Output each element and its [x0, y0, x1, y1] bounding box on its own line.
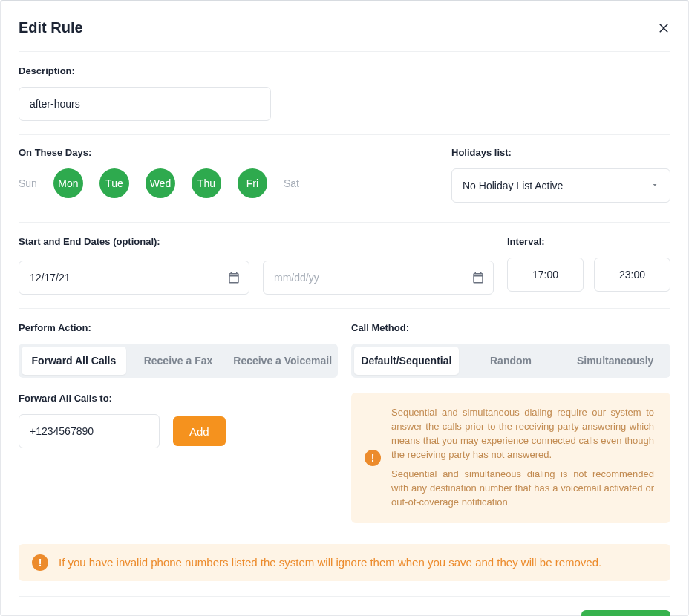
- description-section: Description:: [19, 65, 670, 135]
- method-sequential[interactable]: Default/Sequential: [354, 347, 459, 375]
- forward-method-info-row: Forward All Calls to: Add ! Sequential a…: [19, 393, 670, 523]
- day-tue[interactable]: Tue: [99, 168, 129, 198]
- call-method-segment: Default/Sequential Random Simultaneously: [351, 344, 670, 378]
- start-date-input[interactable]: [19, 261, 249, 295]
- action-method-row: Perform Action: Forward All Calls Receiv…: [19, 322, 670, 378]
- warning-icon: !: [32, 554, 48, 571]
- day-wed[interactable]: Wed: [146, 168, 175, 198]
- modal-header: Edit Rule: [19, 19, 670, 52]
- days-selector: Sun Mon Tue Wed Thu Fri Sat: [19, 168, 407, 198]
- days-column: On These Days: Sun Mon Tue Wed Thu Fri S…: [19, 147, 407, 203]
- method-info-column: ! Sequential and simultaneous dialing re…: [351, 393, 670, 523]
- interval-to-input[interactable]: [594, 258, 670, 292]
- dates-column: Start and End Dates (optional):: [19, 236, 494, 295]
- holidays-select[interactable]: No Holiday List Active: [451, 168, 670, 203]
- call-method-label: Call Method:: [351, 322, 670, 333]
- perform-action-segment: Forward All Calls Receive a Fax Receive …: [19, 344, 338, 378]
- method-simultaneous[interactable]: Simultaneously: [563, 347, 667, 375]
- interval-from-input[interactable]: [507, 258, 584, 292]
- method-info-p2: Sequential and simultaneous dialing is n…: [391, 468, 654, 510]
- chevron-down-icon: [650, 180, 659, 191]
- day-mon[interactable]: Mon: [53, 168, 83, 198]
- dates-label: Start and End Dates (optional):: [19, 236, 494, 247]
- method-info-p1: Sequential and simultaneous dialing requ…: [391, 406, 654, 462]
- edit-rule-modal: Edit Rule Description: On These Days: Su…: [0, 0, 689, 616]
- holidays-column: Holidays list: No Holiday List Active: [451, 147, 670, 203]
- invalid-numbers-text: If you have invalid phone numbers listed…: [59, 554, 601, 571]
- close-icon[interactable]: [657, 22, 670, 35]
- forward-phone-input[interactable]: [19, 414, 160, 448]
- interval-label: Interval:: [507, 236, 670, 247]
- holidays-selected: No Holiday List Active: [463, 180, 563, 191]
- holidays-label: Holidays list:: [451, 147, 670, 158]
- warning-icon: !: [365, 450, 381, 466]
- perform-action-label: Perform Action:: [19, 322, 338, 333]
- dates-interval-row: Start and End Dates (optional): Interval…: [19, 236, 670, 309]
- modal-title: Edit Rule: [19, 19, 83, 36]
- action-forward-all[interactable]: Forward All Calls: [22, 347, 126, 375]
- day-thu[interactable]: Thu: [192, 168, 221, 198]
- method-random[interactable]: Random: [459, 347, 564, 375]
- add-button[interactable]: Add: [173, 416, 226, 446]
- invalid-numbers-warning: ! If you have invalid phone numbers list…: [19, 544, 670, 581]
- calendar-icon[interactable]: [227, 271, 241, 284]
- forward-label: Forward All Calls to:: [19, 393, 338, 404]
- description-input[interactable]: [19, 87, 271, 121]
- perform-action-column: Perform Action: Forward All Calls Receiv…: [19, 322, 338, 378]
- description-label: Description:: [19, 65, 670, 76]
- method-info-box: ! Sequential and simultaneous dialing re…: [351, 393, 670, 523]
- modal-footer: Save Rule: [19, 596, 670, 616]
- action-receive-voicemail[interactable]: Receive a Voicemail: [230, 347, 335, 375]
- forward-column: Forward All Calls to: Add: [19, 393, 338, 523]
- calendar-icon[interactable]: [471, 271, 485, 284]
- day-sat[interactable]: Sat: [284, 177, 299, 189]
- days-label: On These Days:: [19, 147, 407, 158]
- method-info-body: Sequential and simultaneous dialing requ…: [391, 406, 654, 510]
- end-date-input[interactable]: [263, 261, 494, 295]
- action-receive-fax[interactable]: Receive a Fax: [126, 347, 231, 375]
- interval-column: Interval:: [507, 236, 670, 295]
- days-holidays-row: On These Days: Sun Mon Tue Wed Thu Fri S…: [19, 147, 670, 223]
- call-method-column: Call Method: Default/Sequential Random S…: [351, 322, 670, 378]
- day-sun[interactable]: Sun: [19, 177, 37, 189]
- day-fri[interactable]: Fri: [238, 168, 267, 198]
- save-rule-button[interactable]: Save Rule: [581, 610, 670, 616]
